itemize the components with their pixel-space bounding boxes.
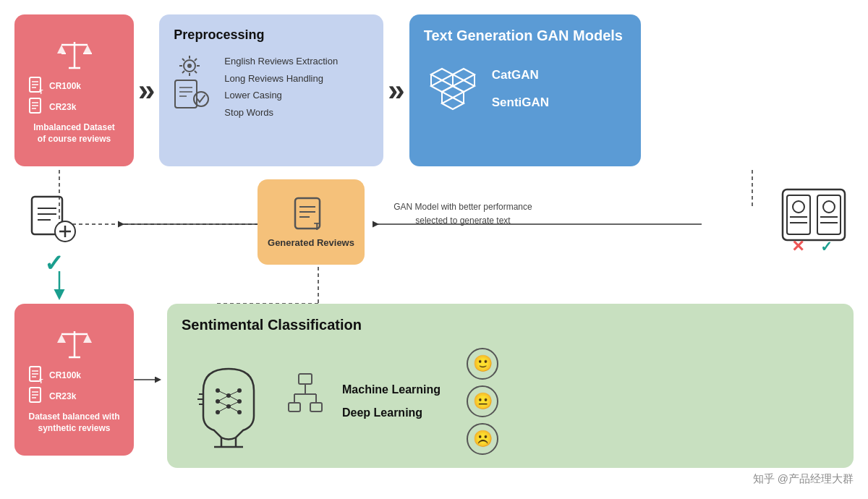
preproc-item-3: Stop Words <box>224 106 338 120</box>
svg-rect-63 <box>783 189 845 240</box>
emoji-col: 🙂 😐 ☹️ <box>467 348 498 455</box>
dl-label: Deep Learning <box>342 406 441 419</box>
doc-plus-container: ✓ <box>30 195 77 275</box>
svg-marker-46 <box>453 80 475 92</box>
svg-rect-113 <box>289 403 300 411</box>
teal-down-arrow: ✓ <box>44 252 64 275</box>
preproc-item-0: English Reviews Extraction <box>224 54 338 69</box>
senti-labels: Machine Learning Deep Learning <box>342 383 441 419</box>
svg-line-33 <box>182 71 184 73</box>
tree-icon <box>287 372 323 430</box>
watermark: 知乎 @产品经理大群 <box>753 472 854 486</box>
sentimental-box: Sentimental Classification <box>167 304 854 468</box>
ml-label: Machine Learning <box>342 383 441 396</box>
svg-point-69 <box>823 201 835 213</box>
svg-marker-42 <box>431 80 453 92</box>
preprocessing-box: Preprocessing <box>159 14 383 166</box>
balanced-caption: Dataset balanced withsynthetic reviews <box>28 411 119 434</box>
cr23k-label-top: CR23k <box>49 102 76 112</box>
preproc-item-2: Lower Casing <box>224 88 338 103</box>
svg-line-99 <box>229 396 239 401</box>
evaluation-icon: ✕ ✓ <box>781 188 846 253</box>
sad-emoji: ☹️ <box>467 423 498 455</box>
doc-icon-1: T <box>29 77 45 95</box>
svg-point-65 <box>793 201 804 213</box>
preproc-items: English Reviews Extraction Long Reviews … <box>224 54 338 119</box>
cr23k-label-bottom: CR23k <box>49 391 76 401</box>
svg-line-96 <box>218 401 229 406</box>
preproc-icon-group <box>174 54 217 115</box>
cr100k-label-bottom: CR100k <box>49 370 81 380</box>
scale-icon-bottom <box>56 328 93 360</box>
svg-rect-34 <box>175 80 197 108</box>
gan-selection-label: GAN Model with better performanceselecte… <box>393 202 532 226</box>
happy-emoji: 🙂 <box>467 348 498 380</box>
doc-icon-3: T <box>29 366 45 385</box>
svg-line-30 <box>182 59 184 61</box>
svg-marker-50 <box>442 98 464 109</box>
diagram-container: T CR100k CR23k Imbalanced Datasetof cour… <box>0 0 868 499</box>
svg-line-31 <box>195 71 197 73</box>
senti-body: Machine Learning Deep Learning 🙂 😐 ☹️ <box>182 348 839 455</box>
svg-line-94 <box>218 391 229 396</box>
svg-rect-108 <box>299 374 312 384</box>
generated-reviews-label: Generated Reviews <box>268 237 354 248</box>
generated-reviews-box: T Generated Reviews <box>258 179 365 265</box>
watermark-text: 知乎 @产品经理大群 <box>753 472 854 485</box>
ai-head-icon <box>182 354 276 448</box>
svg-marker-39 <box>431 69 453 80</box>
top-row: T CR100k CR23k Imbalanced Datasetof cour… <box>14 14 854 166</box>
doc-icon-4 <box>29 387 45 406</box>
svg-text:T: T <box>39 88 43 95</box>
imbalanced-dataset-box: T CR100k CR23k Imbalanced Datasetof cour… <box>14 14 134 166</box>
catgan-label: CatGAN <box>492 68 549 82</box>
textgen-labels: CatGAN SentiGAN <box>492 68 549 110</box>
preproc-body: English Reviews Extraction Long Reviews … <box>174 51 369 119</box>
svg-marker-43 <box>453 69 475 80</box>
neutral-emoji: 😐 <box>467 385 498 417</box>
preproc-icons <box>174 54 217 112</box>
svg-line-98 <box>229 391 239 396</box>
doc-plus-icon <box>30 195 77 246</box>
textgen-title: Text Generation GAN Models <box>424 27 626 44</box>
textgen-box: Text Generation GAN Models <box>409 14 641 166</box>
imbalanced-caption: Imbalanced Datasetof course reviews <box>33 122 115 145</box>
svg-rect-114 <box>310 403 322 411</box>
cr100k-label-top: CR100k <box>49 81 81 91</box>
arrow2: » <box>383 75 409 106</box>
balanced-dataset-box: T CR100k CR23k Dataset balanced withsynt… <box>14 304 134 456</box>
doc-icon-2 <box>29 98 45 116</box>
preproc-item-1: Long Reviews Handling <box>224 72 338 86</box>
svg-point-25 <box>187 64 192 68</box>
svg-text:✕: ✕ <box>791 237 804 253</box>
evaluation-icon-container: ✕ ✓ <box>781 188 846 253</box>
preprocessing-title: Preprocessing <box>174 27 369 43</box>
svg-marker-47 <box>442 86 464 98</box>
svg-text:✓: ✓ <box>820 239 833 253</box>
sentimental-title: Sentimental Classification <box>182 317 839 333</box>
svg-line-95 <box>218 396 229 401</box>
arrow1: » <box>134 75 159 106</box>
svg-line-100 <box>229 401 239 406</box>
svg-line-97 <box>218 406 229 412</box>
cubes-icon <box>424 60 482 118</box>
doc-text-icon: T <box>294 197 328 231</box>
svg-text:T: T <box>314 221 320 231</box>
svg-line-101 <box>229 406 239 412</box>
scale-icon <box>56 39 93 71</box>
sentigan-label: SentiGAN <box>492 95 549 110</box>
svg-line-32 <box>195 59 197 61</box>
svg-text:T: T <box>39 378 43 385</box>
bottom-row: T CR100k CR23k Dataset balanced withsynt… <box>14 304 854 468</box>
gan-selection-text: GAN Model with better performanceselecte… <box>383 200 542 227</box>
textgen-body: CatGAN SentiGAN <box>424 60 626 118</box>
